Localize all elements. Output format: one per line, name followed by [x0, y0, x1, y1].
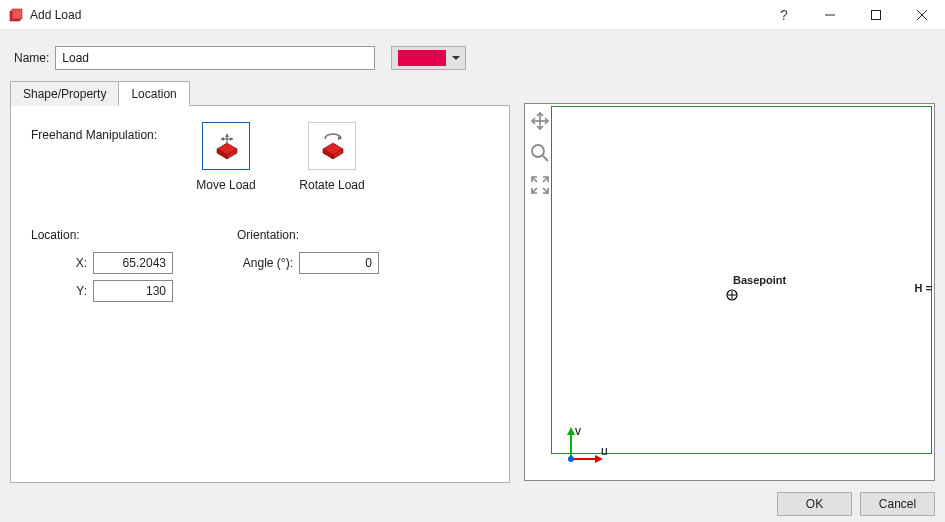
- help-button[interactable]: ?: [761, 0, 807, 30]
- color-picker-button[interactable]: [391, 46, 466, 70]
- location-group: Location: X: Y:: [31, 228, 173, 308]
- axis-v-label: v: [575, 425, 581, 438]
- tool-move-load[interactable]: Move Load: [191, 122, 261, 192]
- x-label: X:: [31, 256, 87, 270]
- move-load-icon: [202, 122, 250, 170]
- maximize-button[interactable]: [853, 0, 899, 30]
- svg-rect-3: [872, 10, 881, 19]
- move-load-label: Move Load: [196, 178, 255, 192]
- tool-rotate-load[interactable]: Rotate Load: [297, 122, 367, 192]
- svg-marker-13: [225, 134, 229, 137]
- color-swatch: [398, 50, 446, 66]
- app-icon: [8, 7, 24, 23]
- orientation-group-title: Orientation:: [237, 228, 379, 242]
- tab-location[interactable]: Location: [118, 81, 189, 106]
- name-input[interactable]: [55, 46, 375, 70]
- basepoint-marker: [725, 288, 739, 305]
- name-row: Name:: [14, 46, 935, 70]
- tab-bar: Shape/Property Location: [10, 80, 510, 105]
- svg-marker-30: [567, 427, 575, 435]
- svg-point-20: [532, 145, 544, 157]
- x-input[interactable]: [93, 252, 173, 274]
- pan-tool-icon[interactable]: [529, 110, 551, 132]
- minimize-button[interactable]: [807, 0, 853, 30]
- freehand-label: Freehand Manipulation:: [31, 122, 191, 192]
- chevron-down-icon: [452, 56, 460, 60]
- y-label: Y:: [31, 284, 87, 298]
- tab-panel-location: Freehand Manipulation:: [10, 105, 510, 483]
- svg-marker-11: [221, 137, 224, 141]
- dialog-buttons: OK Cancel: [10, 486, 935, 516]
- location-group-title: Location:: [31, 228, 173, 242]
- y-input[interactable]: [93, 280, 173, 302]
- rotate-load-icon: [308, 122, 356, 170]
- svg-marker-10: [230, 137, 233, 141]
- rotate-load-label: Rotate Load: [299, 178, 364, 192]
- svg-rect-1: [12, 9, 22, 19]
- axis-indicator: v u: [561, 425, 611, 472]
- preview-canvas[interactable]: Basepoint v u H =: [524, 103, 935, 481]
- cancel-button[interactable]: Cancel: [860, 492, 935, 516]
- zoom-tool-icon[interactable]: [529, 142, 551, 164]
- orientation-group: Orientation: Angle (°):: [237, 228, 379, 308]
- name-label: Name:: [14, 51, 49, 65]
- tab-shape-property[interactable]: Shape/Property: [10, 81, 119, 106]
- svg-line-21: [543, 156, 548, 161]
- fit-tool-icon[interactable]: [529, 174, 551, 196]
- window-title: Add Load: [30, 8, 81, 22]
- ok-button[interactable]: OK: [777, 492, 852, 516]
- title-bar: Add Load ?: [0, 0, 945, 30]
- basepoint-label: Basepoint: [733, 274, 786, 286]
- angle-input[interactable]: [299, 252, 379, 274]
- close-button[interactable]: [899, 0, 945, 30]
- svg-point-33: [568, 456, 574, 462]
- axis-u-label: u: [601, 444, 608, 458]
- angle-label: Angle (°):: [237, 256, 293, 270]
- h-label: H =: [915, 282, 932, 294]
